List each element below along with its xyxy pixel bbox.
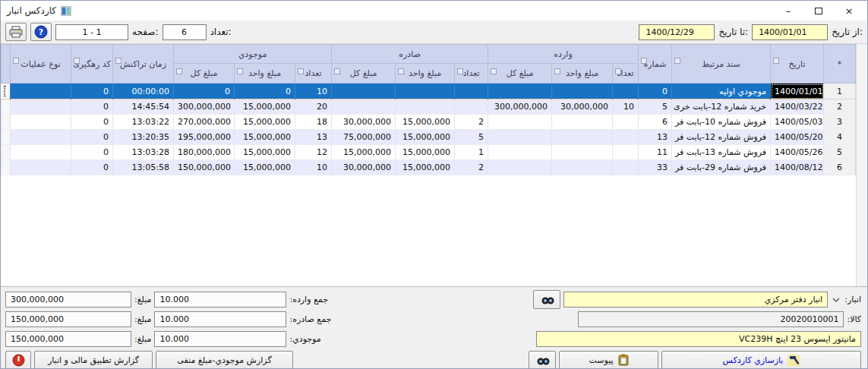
row-indicator[interactable] [2,145,11,160]
grid-cell-op[interactable] [11,115,71,130]
grid-cell-stk_qty[interactable]: 10 [295,160,332,175]
grid-cell-no[interactable]: 11 [639,145,672,160]
column-header-operation[interactable]: نوع عملیات [11,45,71,84]
grid-cell-date[interactable]: 1400/01/01 [771,84,824,99]
grid-cell-in_total[interactable]: 300,000,000 [488,99,552,115]
grid-cell-in_total[interactable] [488,115,552,130]
grid-cell-out_qty[interactable] [455,99,488,115]
rebuild-kardex-button[interactable]: بازسازي کاردکس [661,351,861,369]
grid-cell-out_unit[interactable]: 15,000,000 [396,145,455,160]
grid-cell-in_unit[interactable] [552,115,613,130]
page-range-field[interactable]: 1 - 1 [55,24,128,40]
grid-cell-out_total[interactable]: 30,000,000 [332,160,396,175]
grid-cell-track[interactable]: 0 [71,115,113,130]
column-header-document[interactable]: سند مرتبط [672,45,771,84]
column-header-stk-total[interactable]: مبلغ کل [174,64,235,84]
grid-cell-out_unit[interactable]: 15,000,000 [396,115,455,130]
column-header-date[interactable]: تاریخ [771,45,824,84]
vertical-scrollbar[interactable] [856,44,867,286]
warehouse-dropdown-arrow-icon[interactable] [831,292,841,308]
grid-cell-date[interactable]: 1400/05/26 [771,145,824,160]
column-filter-checkbox[interactable] [641,58,647,64]
column-header-stk-unit[interactable]: مبلغ واحد [235,64,295,84]
column-filter-checkbox[interactable] [13,58,19,64]
column-filter-checkbox[interactable] [773,58,779,64]
grid-cell-op[interactable] [11,99,71,115]
grid-cell-doc[interactable]: فروش شماره 10-بابت فر [672,115,771,130]
grid-cell-in_unit[interactable] [552,160,613,175]
row-indicator[interactable] [2,84,11,99]
grid-cell-out_unit[interactable] [396,99,455,115]
grid-cell-no[interactable]: 0 [639,84,672,99]
grid-cell-in_qty[interactable] [613,160,639,175]
column-header-rownum[interactable]: * [824,45,856,84]
grid-cell-stk_unit[interactable]: 15,000,000 [235,130,295,145]
grid-cell-out_qty[interactable]: 1 [455,145,488,160]
grid-cell-time[interactable]: 13:03:28 [113,145,174,160]
grid-cell-out_qty[interactable] [455,84,488,99]
grid-cell-time[interactable]: 13:03:22 [113,115,174,130]
grid-cell-track[interactable]: 0 [71,130,113,145]
grid-cell-in_total[interactable] [488,130,552,145]
grid-cell-in_qty[interactable] [613,84,639,99]
grid-cell-track[interactable]: 0 [71,84,113,99]
column-filter-checkbox[interactable] [457,68,463,74]
grid-cell-time[interactable]: 00:00:00 [113,84,174,99]
grid-cell-doc[interactable]: خرید شماره 12-بابت خری [672,99,771,115]
column-filter-checkbox[interactable] [491,68,497,74]
group-header-incoming[interactable]: وارده [488,45,639,64]
grid-cell-out_total[interactable] [332,84,396,99]
grid-cell-in_total[interactable] [488,160,552,175]
grid-cell-stk_unit[interactable]: 15,000,000 [235,160,295,175]
group-header-outgoing[interactable]: صادره [332,45,488,64]
grid-cell-out_total[interactable] [332,99,396,115]
grid-cell-in_qty[interactable]: 10 [613,99,639,115]
row-number-cell[interactable]: 3 [824,115,856,130]
grid-cell-in_qty[interactable] [613,145,639,160]
grid-cell-time[interactable]: 13:05:58 [113,160,174,175]
grid-cell-out_total[interactable]: 15,000,000 [332,145,396,160]
grid-cell-no[interactable]: 13 [639,130,672,145]
grid-cell-stk_total[interactable]: 150,000,000 [174,160,235,175]
grid-cell-doc[interactable]: فروش شماره 12-بابت فر [672,130,771,145]
report-reconcile-button[interactable]: گزارش تطبیق مالی و انبار [34,351,153,369]
grid-cell-time[interactable]: 13:20:35 [113,130,174,145]
column-filter-checkbox[interactable] [674,58,680,64]
row-indicator[interactable] [2,115,11,130]
column-header-number[interactable]: شماره [639,45,672,84]
grid-cell-stk_qty[interactable]: 13 [295,130,332,145]
grid-cell-stk_unit[interactable]: 15,000,000 [235,115,295,130]
grid-cell-doc[interactable]: موجودي اوليه [672,84,771,99]
grid-cell-in_qty[interactable] [613,130,639,145]
grid-cell-stk_qty[interactable]: 20 [295,99,332,115]
grid-cell-stk_unit[interactable]: 0 [235,84,295,99]
column-header-out-qty[interactable]: تعداد [455,64,488,84]
grid-cell-out_unit[interactable] [396,84,455,99]
to-date-input[interactable]: 1400/12/29 [639,24,715,40]
item-search-button[interactable]: ? [529,351,556,369]
grid-cell-stk_total[interactable]: 0 [174,84,235,99]
column-filter-checkbox[interactable] [615,68,621,74]
grid-cell-date[interactable]: 1400/03/22 [771,99,824,115]
grid-cell-stk_total[interactable]: 270,000,000 [174,115,235,130]
grid-cell-track[interactable]: 0 [71,145,113,160]
close-button[interactable]: × [834,2,864,20]
row-number-cell[interactable]: 4 [824,130,856,145]
grid-cell-no[interactable]: 33 [639,160,672,175]
grid-cell-stk_total[interactable]: 195,000,000 [174,130,235,145]
grid-cell-stk_unit[interactable]: 15,000,000 [235,99,295,115]
row-number-cell[interactable]: 6 [824,160,856,175]
grid-cell-out_total[interactable]: 75,000,000 [332,130,396,145]
grid-cell-op[interactable] [11,130,71,145]
grid-cell-stk_unit[interactable]: 15,000,000 [235,145,295,160]
grid-cell-date[interactable]: 1400/08/12 [771,160,824,175]
grid-cell-stk_total[interactable]: 300,000,000 [174,99,235,115]
row-number-cell[interactable]: 5 [824,145,856,160]
help-button[interactable]: ? [30,23,52,41]
grid-cell-op[interactable] [11,84,71,99]
column-header-in-qty[interactable]: تعداد [613,64,639,84]
grid-cell-out_unit[interactable]: 15,000,000 [396,130,455,145]
grid-cell-date[interactable]: 1400/05/20 [771,130,824,145]
maximize-button[interactable] [803,2,834,20]
grid-cell-out_total[interactable]: 30,000,000 [332,115,396,130]
